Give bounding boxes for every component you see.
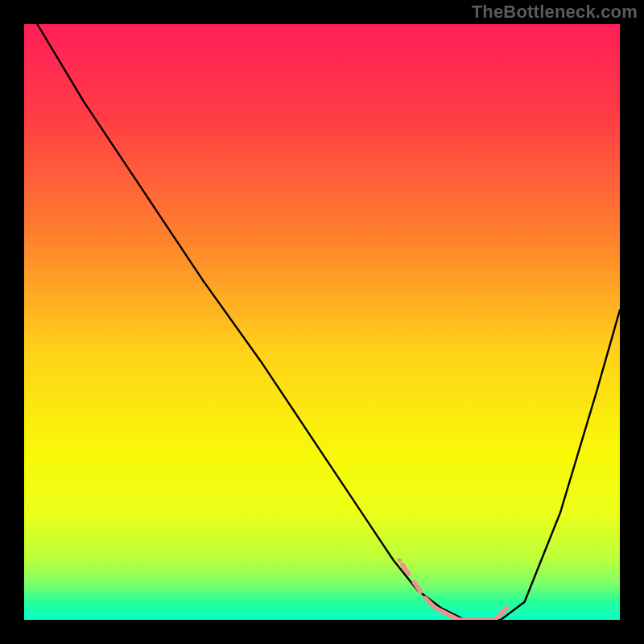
chart-wrapper: { "attribution": "TheBottleneck.com", "c… [0, 0, 644, 644]
attribution-text: TheBottleneck.com [472, 2, 638, 23]
svg-point-11 [505, 605, 510, 610]
bottleneck-chart [0, 0, 644, 644]
svg-point-10 [397, 558, 402, 563]
gradient-panel [24, 24, 620, 620]
